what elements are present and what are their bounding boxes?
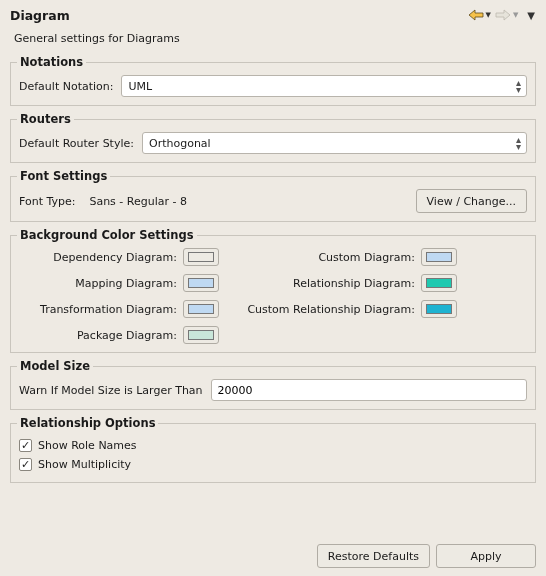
show-multiplicity-checkbox[interactable]: ✓ (19, 458, 32, 471)
default-router-combo[interactable]: Orthogonal ▴▾ (142, 132, 527, 154)
font-settings-group: Font Settings Font Type: Sans - Regular … (10, 169, 536, 222)
show-role-names-label: Show Role Names (38, 439, 137, 452)
default-router-value: Orthogonal (149, 137, 211, 150)
arrow-right-icon (495, 8, 511, 22)
default-router-label: Default Router Style: (19, 137, 134, 150)
routers-group: Routers Default Router Style: Orthogonal… (10, 112, 536, 163)
font-type-value: Sans - Regular - 8 (89, 195, 187, 208)
relationship-diagram-label: Relationship Diagram: (221, 277, 421, 290)
nav-back-button[interactable]: ▼ (467, 6, 492, 24)
mapping-diagram-label: Mapping Diagram: (23, 277, 183, 290)
dependency-diagram-color-button[interactable] (183, 248, 219, 266)
package-diagram-color-button[interactable] (183, 326, 219, 344)
background-color-legend: Background Color Settings (17, 228, 197, 242)
font-settings-legend: Font Settings (17, 169, 110, 183)
mapping-diagram-color-button[interactable] (183, 274, 219, 292)
relationship-options-group: Relationship Options ✓ Show Role Names ✓… (10, 416, 536, 483)
custom-relationship-diagram-label: Custom Relationship Diagram: (221, 303, 421, 316)
notations-legend: Notations (17, 55, 86, 69)
background-color-group: Background Color Settings Dependency Dia… (10, 228, 536, 353)
relationship-diagram-color-button[interactable] (421, 274, 457, 292)
custom-diagram-color-button[interactable] (421, 248, 457, 266)
chevron-down-icon: ▼ (513, 11, 518, 19)
apply-button[interactable]: Apply (436, 544, 536, 568)
default-notation-label: Default Notation: (19, 80, 113, 93)
nav-forward-button[interactable]: ▼ (494, 6, 519, 24)
transformation-diagram-color-button[interactable] (183, 300, 219, 318)
package-diagram-label: Package Diagram: (23, 329, 183, 342)
routers-legend: Routers (17, 112, 74, 126)
show-multiplicity-label: Show Multiplicity (38, 458, 131, 471)
relationship-options-legend: Relationship Options (17, 416, 158, 430)
model-size-label: Warn If Model Size is Larger Than (19, 384, 203, 397)
notations-group: Notations Default Notation: UML ▴▾ (10, 55, 536, 106)
model-size-input[interactable] (211, 379, 527, 401)
custom-relationship-diagram-color-button[interactable] (421, 300, 457, 318)
default-notation-combo[interactable]: UML ▴▾ (121, 75, 527, 97)
page-title: Diagram (10, 8, 467, 23)
restore-defaults-button[interactable]: Restore Defaults (317, 544, 430, 568)
model-size-legend: Model Size (17, 359, 93, 373)
arrow-left-icon (468, 8, 484, 22)
font-view-change-button[interactable]: View / Change... (416, 189, 527, 213)
custom-diagram-label: Custom Diagram: (221, 251, 421, 264)
transformation-diagram-label: Transformation Diagram: (23, 303, 183, 316)
model-size-group: Model Size Warn If Model Size is Larger … (10, 359, 536, 410)
combo-arrows-icon: ▴▾ (516, 136, 521, 150)
chevron-down-icon: ▼ (527, 10, 535, 21)
show-role-names-checkbox[interactable]: ✓ (19, 439, 32, 452)
dependency-diagram-label: Dependency Diagram: (23, 251, 183, 264)
combo-arrows-icon: ▴▾ (516, 79, 521, 93)
default-notation-value: UML (128, 80, 152, 93)
view-menu-button[interactable]: ▼ (521, 8, 536, 23)
font-type-label: Font Type: (19, 195, 75, 208)
chevron-down-icon: ▼ (486, 11, 491, 19)
page-subtitle: General settings for Diagrams (0, 32, 546, 49)
